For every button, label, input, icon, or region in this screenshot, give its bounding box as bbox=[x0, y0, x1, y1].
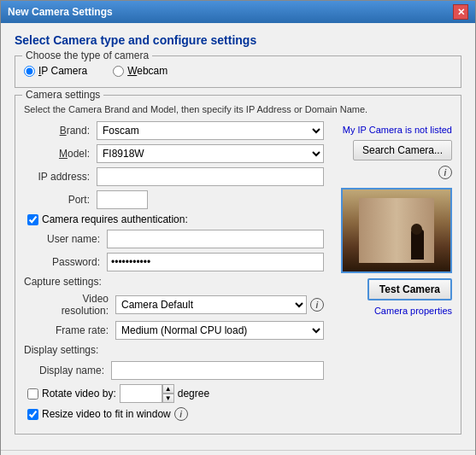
instruction-text: Select the Camera Brand and Model, then … bbox=[24, 104, 452, 114]
brand-row: Brand: Foscam Axis D-Link Other bbox=[24, 121, 324, 140]
window-title: New Camera Settings bbox=[8, 6, 113, 18]
webcam-radio-label[interactable]: Webcam bbox=[113, 65, 167, 77]
right-col: My IP Camera is not listed Search Camera… bbox=[332, 121, 452, 425]
resize-info-icon[interactable]: i bbox=[174, 407, 188, 421]
camera-type-group-label: Choose the type of camera bbox=[22, 50, 152, 61]
username-input[interactable]: admin bbox=[107, 230, 324, 248]
ip-camera-label: IP Camera bbox=[38, 65, 87, 77]
ip-camera-radio[interactable] bbox=[24, 66, 35, 77]
auth-label: Camera requires authentication: bbox=[42, 213, 188, 225]
main-window: New Camera Settings ✕ Select Camera type… bbox=[0, 0, 476, 455]
camera-settings-group: Camera settings Select the Camera Brand … bbox=[15, 95, 461, 435]
ip-camera-radio-label[interactable]: IP Camera bbox=[24, 65, 87, 77]
ip-input[interactable]: 192.168.1.130 bbox=[97, 167, 324, 186]
page-title: Select Camera type and configure setting… bbox=[15, 33, 461, 47]
test-camera-button[interactable]: Test Camera bbox=[367, 278, 452, 300]
capture-section-label: Capture settings: bbox=[24, 276, 324, 288]
left-col: Brand: Foscam Axis D-Link Other Model: bbox=[24, 121, 324, 425]
rotate-row: Rotate video by: 180 ▲ ▼ degree bbox=[24, 384, 324, 403]
username-row: User name: admin bbox=[24, 230, 324, 248]
password-label: Password: bbox=[34, 256, 107, 268]
webcam-radio[interactable] bbox=[113, 66, 124, 77]
camera-type-group: Choose the type of camera IP Camera Webc… bbox=[15, 55, 461, 88]
two-col-layout: Brand: Foscam Axis D-Link Other Model: bbox=[24, 121, 452, 425]
rotate-spinner: ▲ ▼ bbox=[162, 384, 174, 403]
rotate-label: Rotate video by: bbox=[42, 388, 116, 400]
display-section-label: Display settings: bbox=[24, 344, 324, 356]
content-area: Select Camera type and configure setting… bbox=[1, 23, 475, 450]
degree-suffix: degree bbox=[178, 388, 209, 400]
not-listed-link[interactable]: My IP Camera is not listed bbox=[343, 125, 452, 135]
frame-rate-select[interactable]: Low (Minimum CPU load) Medium (Normal CP… bbox=[115, 321, 324, 340]
frame-rate-row: Frame rate: Low (Minimum CPU load) Mediu… bbox=[24, 321, 324, 340]
video-resolution-label: Video resolution: bbox=[34, 293, 115, 317]
video-resolution-row-inner: Camera Default 320x240 640x480 1280x720 … bbox=[115, 295, 324, 314]
brand-label: Brand: bbox=[24, 125, 97, 137]
video-resolution-row: Video resolution: Camera Default 320x240… bbox=[24, 293, 324, 317]
camera-preview bbox=[341, 188, 452, 273]
model-label: Model: bbox=[24, 148, 97, 160]
password-input[interactable] bbox=[107, 253, 324, 271]
close-button[interactable]: ✕ bbox=[453, 4, 468, 20]
camera-preview-image bbox=[343, 190, 450, 271]
resize-label: Resize video to fit in window bbox=[42, 408, 171, 420]
ip-row: IP address: 192.168.1.130 bbox=[24, 167, 324, 186]
footer-bar: Help OK Cancel bbox=[1, 450, 475, 455]
model-select[interactable]: FI8918W FI8910W Other bbox=[97, 144, 324, 163]
video-resolution-info-icon[interactable]: i bbox=[310, 298, 324, 312]
camera-properties-link[interactable]: Camera properties bbox=[374, 306, 452, 316]
camera-settings-content: Select the Camera Brand and Model, then … bbox=[24, 101, 452, 425]
title-bar: New Camera Settings ✕ bbox=[1, 1, 475, 23]
rotate-input[interactable]: 180 bbox=[120, 384, 162, 403]
search-info-icon[interactable]: i bbox=[438, 166, 452, 179]
display-name-row: Display name: Foscam FI8918W bbox=[24, 361, 324, 380]
rotate-checkbox[interactable] bbox=[27, 388, 38, 400]
username-label: User name: bbox=[34, 233, 107, 245]
spinner-up-button[interactable]: ▲ bbox=[162, 384, 174, 394]
port-input[interactable]: 80 bbox=[97, 190, 148, 209]
frame-rate-label: Frame rate: bbox=[34, 324, 115, 336]
display-name-input[interactable]: Foscam FI8918W bbox=[111, 361, 324, 380]
port-label: Port: bbox=[24, 194, 97, 206]
ip-label: IP address: bbox=[24, 171, 97, 183]
resize-checkbox[interactable] bbox=[27, 409, 38, 420]
camera-settings-group-label: Camera settings bbox=[22, 89, 103, 101]
auth-checkbox[interactable] bbox=[27, 214, 38, 225]
resize-row: Resize video to fit in window i bbox=[27, 407, 324, 421]
search-camera-button[interactable]: Search Camera... bbox=[353, 140, 452, 160]
camera-type-row: IP Camera Webcam bbox=[24, 61, 452, 79]
model-row: Model: FI8918W FI8910W Other bbox=[24, 144, 324, 163]
password-row: Password: bbox=[24, 253, 324, 271]
brand-select[interactable]: Foscam Axis D-Link Other bbox=[97, 121, 324, 140]
webcam-label: Webcam bbox=[127, 65, 167, 77]
spinner-down-button[interactable]: ▼ bbox=[162, 394, 174, 403]
auth-row: Camera requires authentication: bbox=[27, 213, 324, 225]
video-resolution-select[interactable]: Camera Default 320x240 640x480 1280x720 bbox=[115, 295, 307, 314]
port-row: Port: 80 bbox=[24, 190, 324, 209]
display-name-label: Display name: bbox=[34, 365, 111, 376]
